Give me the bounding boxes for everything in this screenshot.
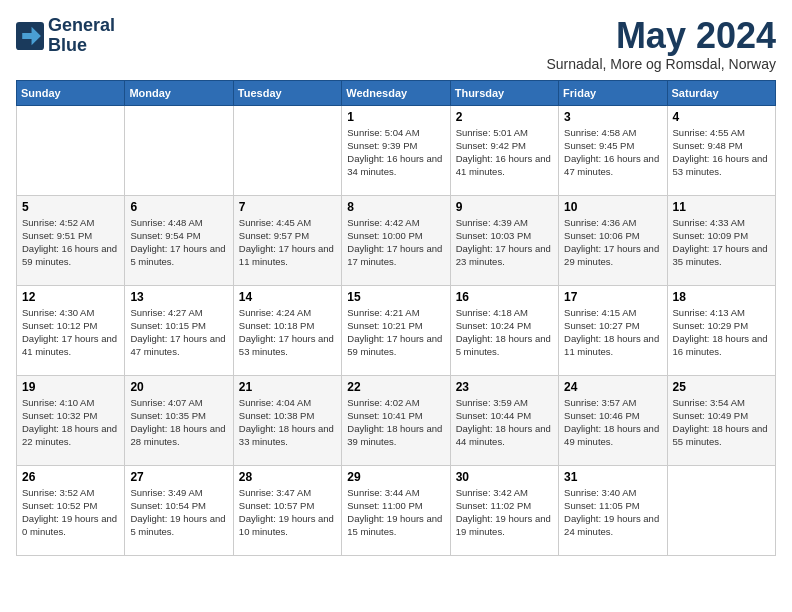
logo-text: General Blue xyxy=(48,16,115,56)
calendar-cell: 21Sunrise: 4:04 AMSunset: 10:38 PMDaylig… xyxy=(233,375,341,465)
day-info: Sunrise: 4:33 AMSunset: 10:09 PMDaylight… xyxy=(673,216,770,269)
day-number: 17 xyxy=(564,290,661,304)
day-number: 7 xyxy=(239,200,336,214)
logo-icon xyxy=(16,22,44,50)
calendar-cell: 16Sunrise: 4:18 AMSunset: 10:24 PMDaylig… xyxy=(450,285,558,375)
day-number: 22 xyxy=(347,380,444,394)
calendar-cell: 31Sunrise: 3:40 AMSunset: 11:05 PMDaylig… xyxy=(559,465,667,555)
day-number: 23 xyxy=(456,380,553,394)
day-info: Sunrise: 3:57 AMSunset: 10:46 PMDaylight… xyxy=(564,396,661,449)
calendar-cell: 11Sunrise: 4:33 AMSunset: 10:09 PMDaylig… xyxy=(667,195,775,285)
day-info: Sunrise: 4:02 AMSunset: 10:41 PMDaylight… xyxy=(347,396,444,449)
day-number: 8 xyxy=(347,200,444,214)
day-number: 11 xyxy=(673,200,770,214)
month-title: May 2024 xyxy=(546,16,776,56)
day-info: Sunrise: 4:27 AMSunset: 10:15 PMDaylight… xyxy=(130,306,227,359)
day-number: 26 xyxy=(22,470,119,484)
day-info: Sunrise: 4:18 AMSunset: 10:24 PMDaylight… xyxy=(456,306,553,359)
day-info: Sunrise: 3:47 AMSunset: 10:57 PMDaylight… xyxy=(239,486,336,539)
title-section: May 2024 Surnadal, More og Romsdal, Norw… xyxy=(546,16,776,72)
day-number: 30 xyxy=(456,470,553,484)
day-info: Sunrise: 4:15 AMSunset: 10:27 PMDaylight… xyxy=(564,306,661,359)
day-number: 12 xyxy=(22,290,119,304)
day-number: 3 xyxy=(564,110,661,124)
day-info: Sunrise: 3:44 AMSunset: 11:00 PMDaylight… xyxy=(347,486,444,539)
day-number: 31 xyxy=(564,470,661,484)
calendar-cell: 12Sunrise: 4:30 AMSunset: 10:12 PMDaylig… xyxy=(17,285,125,375)
day-number: 15 xyxy=(347,290,444,304)
calendar-cell: 19Sunrise: 4:10 AMSunset: 10:32 PMDaylig… xyxy=(17,375,125,465)
day-info: Sunrise: 4:13 AMSunset: 10:29 PMDaylight… xyxy=(673,306,770,359)
calendar-cell: 6Sunrise: 4:48 AMSunset: 9:54 PMDaylight… xyxy=(125,195,233,285)
day-info: Sunrise: 4:10 AMSunset: 10:32 PMDaylight… xyxy=(22,396,119,449)
calendar-cell: 9Sunrise: 4:39 AMSunset: 10:03 PMDayligh… xyxy=(450,195,558,285)
weekday-header-wednesday: Wednesday xyxy=(342,80,450,105)
calendar-cell: 2Sunrise: 5:01 AMSunset: 9:42 PMDaylight… xyxy=(450,105,558,195)
page-header: General Blue May 2024 Surnadal, More og … xyxy=(16,16,776,72)
weekday-header-friday: Friday xyxy=(559,80,667,105)
day-info: Sunrise: 4:36 AMSunset: 10:06 PMDaylight… xyxy=(564,216,661,269)
day-info: Sunrise: 4:39 AMSunset: 10:03 PMDaylight… xyxy=(456,216,553,269)
weekday-header-tuesday: Tuesday xyxy=(233,80,341,105)
calendar-cell: 25Sunrise: 3:54 AMSunset: 10:49 PMDaylig… xyxy=(667,375,775,465)
day-number: 5 xyxy=(22,200,119,214)
day-number: 16 xyxy=(456,290,553,304)
calendar-week-2: 5Sunrise: 4:52 AMSunset: 9:51 PMDaylight… xyxy=(17,195,776,285)
logo: General Blue xyxy=(16,16,115,56)
calendar-cell: 29Sunrise: 3:44 AMSunset: 11:00 PMDaylig… xyxy=(342,465,450,555)
calendar-cell: 8Sunrise: 4:42 AMSunset: 10:00 PMDayligh… xyxy=(342,195,450,285)
calendar-cell: 27Sunrise: 3:49 AMSunset: 10:54 PMDaylig… xyxy=(125,465,233,555)
day-info: Sunrise: 4:55 AMSunset: 9:48 PMDaylight:… xyxy=(673,126,770,179)
day-info: Sunrise: 5:04 AMSunset: 9:39 PMDaylight:… xyxy=(347,126,444,179)
weekday-header-monday: Monday xyxy=(125,80,233,105)
calendar-cell xyxy=(17,105,125,195)
day-number: 9 xyxy=(456,200,553,214)
day-info: Sunrise: 4:52 AMSunset: 9:51 PMDaylight:… xyxy=(22,216,119,269)
calendar-cell xyxy=(667,465,775,555)
calendar-week-4: 19Sunrise: 4:10 AMSunset: 10:32 PMDaylig… xyxy=(17,375,776,465)
calendar-week-1: 1Sunrise: 5:04 AMSunset: 9:39 PMDaylight… xyxy=(17,105,776,195)
day-number: 1 xyxy=(347,110,444,124)
day-info: Sunrise: 3:40 AMSunset: 11:05 PMDaylight… xyxy=(564,486,661,539)
calendar-week-3: 12Sunrise: 4:30 AMSunset: 10:12 PMDaylig… xyxy=(17,285,776,375)
calendar-cell: 4Sunrise: 4:55 AMSunset: 9:48 PMDaylight… xyxy=(667,105,775,195)
weekday-header-row: SundayMondayTuesdayWednesdayThursdayFrid… xyxy=(17,80,776,105)
calendar-cell xyxy=(125,105,233,195)
calendar-cell: 1Sunrise: 5:04 AMSunset: 9:39 PMDaylight… xyxy=(342,105,450,195)
calendar-cell: 18Sunrise: 4:13 AMSunset: 10:29 PMDaylig… xyxy=(667,285,775,375)
calendar-cell: 3Sunrise: 4:58 AMSunset: 9:45 PMDaylight… xyxy=(559,105,667,195)
day-info: Sunrise: 3:42 AMSunset: 11:02 PMDaylight… xyxy=(456,486,553,539)
day-info: Sunrise: 3:59 AMSunset: 10:44 PMDaylight… xyxy=(456,396,553,449)
day-number: 29 xyxy=(347,470,444,484)
calendar-cell: 30Sunrise: 3:42 AMSunset: 11:02 PMDaylig… xyxy=(450,465,558,555)
day-number: 6 xyxy=(130,200,227,214)
calendar-cell xyxy=(233,105,341,195)
day-number: 14 xyxy=(239,290,336,304)
day-number: 4 xyxy=(673,110,770,124)
calendar-week-5: 26Sunrise: 3:52 AMSunset: 10:52 PMDaylig… xyxy=(17,465,776,555)
day-info: Sunrise: 4:48 AMSunset: 9:54 PMDaylight:… xyxy=(130,216,227,269)
calendar-cell: 26Sunrise: 3:52 AMSunset: 10:52 PMDaylig… xyxy=(17,465,125,555)
day-number: 13 xyxy=(130,290,227,304)
day-info: Sunrise: 3:49 AMSunset: 10:54 PMDaylight… xyxy=(130,486,227,539)
day-number: 27 xyxy=(130,470,227,484)
day-number: 28 xyxy=(239,470,336,484)
day-info: Sunrise: 3:52 AMSunset: 10:52 PMDaylight… xyxy=(22,486,119,539)
calendar-cell: 7Sunrise: 4:45 AMSunset: 9:57 PMDaylight… xyxy=(233,195,341,285)
day-number: 2 xyxy=(456,110,553,124)
day-info: Sunrise: 5:01 AMSunset: 9:42 PMDaylight:… xyxy=(456,126,553,179)
day-info: Sunrise: 4:24 AMSunset: 10:18 PMDaylight… xyxy=(239,306,336,359)
calendar-cell: 17Sunrise: 4:15 AMSunset: 10:27 PMDaylig… xyxy=(559,285,667,375)
calendar-cell: 14Sunrise: 4:24 AMSunset: 10:18 PMDaylig… xyxy=(233,285,341,375)
day-number: 20 xyxy=(130,380,227,394)
calendar-cell: 13Sunrise: 4:27 AMSunset: 10:15 PMDaylig… xyxy=(125,285,233,375)
day-number: 21 xyxy=(239,380,336,394)
calendar-cell: 15Sunrise: 4:21 AMSunset: 10:21 PMDaylig… xyxy=(342,285,450,375)
calendar-cell: 20Sunrise: 4:07 AMSunset: 10:35 PMDaylig… xyxy=(125,375,233,465)
calendar-cell: 28Sunrise: 3:47 AMSunset: 10:57 PMDaylig… xyxy=(233,465,341,555)
day-info: Sunrise: 4:07 AMSunset: 10:35 PMDaylight… xyxy=(130,396,227,449)
day-info: Sunrise: 4:42 AMSunset: 10:00 PMDaylight… xyxy=(347,216,444,269)
day-number: 18 xyxy=(673,290,770,304)
location-title: Surnadal, More og Romsdal, Norway xyxy=(546,56,776,72)
day-info: Sunrise: 4:58 AMSunset: 9:45 PMDaylight:… xyxy=(564,126,661,179)
